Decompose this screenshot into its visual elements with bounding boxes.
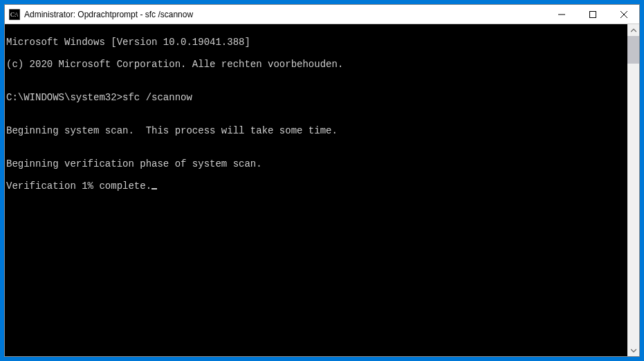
- titlebar[interactable]: C:\ Administrator: Opdrachtprompt - sfc …: [5, 5, 639, 24]
- content-area: Microsoft Windows [Version 10.0.19041.38…: [5, 24, 639, 356]
- chevron-up-icon: [631, 28, 636, 33]
- cursor: [151, 188, 157, 189]
- scroll-track[interactable]: [627, 36, 639, 344]
- vertical-scrollbar[interactable]: [627, 24, 639, 356]
- minimize-button[interactable]: [546, 5, 577, 24]
- scroll-down-button[interactable]: [627, 344, 639, 356]
- close-icon: [620, 11, 627, 18]
- window-controls: [546, 5, 639, 24]
- prompt-line: C:\WINDOWS\system32>sfc /scannow: [6, 92, 627, 103]
- svg-rect-3: [589, 11, 596, 17]
- terminal-output[interactable]: Microsoft Windows [Version 10.0.19041.38…: [5, 24, 627, 356]
- maximize-icon: [589, 11, 596, 18]
- scroll-up-button[interactable]: [627, 24, 639, 36]
- cmd-icon: C:\: [9, 9, 20, 20]
- maximize-button[interactable]: [577, 5, 608, 24]
- close-button[interactable]: [608, 5, 639, 24]
- output-line: Beginning verification phase of system s…: [6, 158, 627, 169]
- output-line: Verification 1% complete.: [6, 180, 627, 192]
- window-title: Administrator: Opdrachtprompt - sfc /sca…: [24, 10, 546, 19]
- minimize-icon: [558, 11, 565, 18]
- output-line: (c) 2020 Microsoft Corporation. Alle rec…: [6, 59, 627, 70]
- chevron-down-icon: [631, 348, 636, 353]
- progress-text: Verification 1% complete.: [6, 180, 151, 192]
- output-line: Microsoft Windows [Version 10.0.19041.38…: [6, 37, 627, 48]
- output-line: Beginning system scan. This process will…: [6, 125, 627, 136]
- scroll-thumb[interactable]: [627, 36, 639, 64]
- prompt-text: C:\WINDOWS\system32>: [6, 92, 122, 103]
- svg-text:C:\: C:\: [10, 11, 19, 18]
- command-prompt-window: C:\ Administrator: Opdrachtprompt - sfc …: [4, 4, 640, 357]
- command-text: sfc /scannow: [122, 92, 192, 103]
